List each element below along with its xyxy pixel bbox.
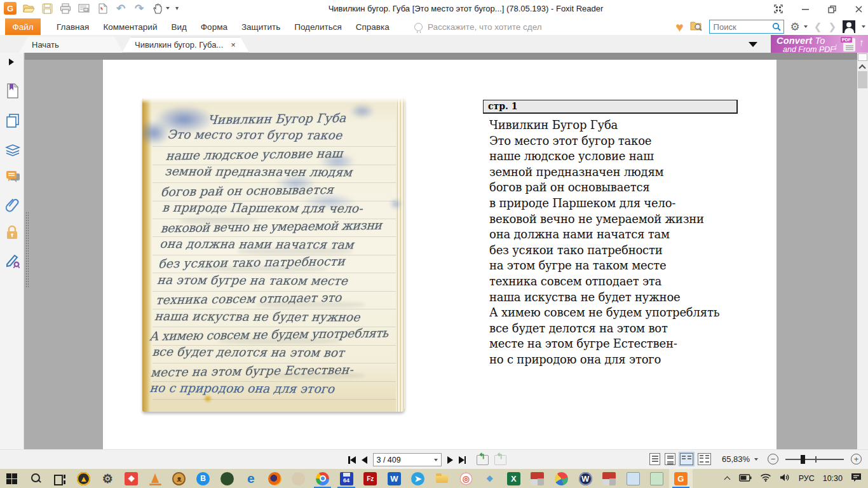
- tab-form[interactable]: Форма: [194, 22, 234, 32]
- bookmarks-panel-icon[interactable]: [5, 83, 20, 98]
- task-view-button[interactable]: [48, 469, 72, 488]
- digital-signature-panel-icon[interactable]: [5, 252, 20, 267]
- tab-comment[interactable]: Комментарий: [96, 22, 164, 32]
- start-button[interactable]: [0, 469, 24, 488]
- firefox-icon[interactable]: [263, 469, 287, 488]
- beige-app-icon[interactable]: [287, 469, 311, 488]
- green-ball-icon[interactable]: [215, 469, 239, 488]
- facing-view-icon[interactable]: [680, 453, 693, 465]
- settings-icon[interactable]: ⚙: [95, 469, 119, 488]
- tab-help[interactable]: Справка: [349, 22, 397, 32]
- search-icon[interactable]: [772, 22, 781, 31]
- bluetooth-icon[interactable]: B: [191, 469, 215, 488]
- attachments-panel-icon[interactable]: [5, 198, 20, 212]
- w-circle-icon[interactable]: W: [573, 469, 597, 488]
- vertical-scrollbar[interactable]: [857, 53, 868, 449]
- tab-file[interactable]: Файл: [5, 18, 41, 35]
- tab-close-icon[interactable]: ×: [231, 40, 236, 50]
- edge-icon[interactable]: e: [239, 469, 263, 488]
- wifi-icon[interactable]: [760, 473, 771, 484]
- excel-icon[interactable]: X: [501, 469, 526, 488]
- word-icon[interactable]: W: [383, 469, 407, 488]
- minimize-button[interactable]: [799, 3, 811, 15]
- zoom-slider[interactable]: [785, 459, 844, 460]
- hand-tool-icon[interactable]: [151, 2, 164, 15]
- hand-tool-dropdown[interactable]: [166, 7, 170, 10]
- account-dropdown[interactable]: [862, 25, 865, 28]
- search-folder-icon[interactable]: [690, 20, 703, 34]
- favorites-heart-icon[interactable]: ♥: [675, 20, 683, 34]
- mosaic-app-icon[interactable]: [526, 469, 550, 488]
- back-chevron-icon[interactable]: ❮: [814, 21, 822, 32]
- battery-icon[interactable]: [739, 474, 752, 484]
- tray-expand-icon[interactable]: [725, 476, 731, 482]
- telegram-icon[interactable]: ➤: [406, 469, 430, 488]
- foxit-logo-icon[interactable]: G: [4, 2, 17, 15]
- dosbox-icon[interactable]: 64: [334, 469, 358, 488]
- security-panel-icon[interactable]: [5, 225, 20, 240]
- last-page-button[interactable]: [459, 456, 466, 464]
- tab-start[interactable]: Начать: [19, 37, 123, 53]
- zoom-slider-handle[interactable]: [801, 455, 805, 464]
- tab-protect[interactable]: Защитить: [234, 22, 287, 32]
- undo-icon[interactable]: ↶: [114, 2, 127, 15]
- language-indicator[interactable]: РУС: [799, 474, 815, 483]
- layers-panel-icon[interactable]: [5, 142, 20, 157]
- chrome-icon[interactable]: [311, 469, 335, 488]
- tab-view[interactable]: Вид: [164, 22, 193, 32]
- action-center-icon[interactable]: [851, 473, 862, 484]
- pages-panel-icon[interactable]: [5, 113, 20, 128]
- crystals-icon[interactable]: ❖: [478, 469, 502, 488]
- tell-me-box[interactable]: Расскажите, что хотите сдел: [414, 18, 542, 35]
- user-avatar[interactable]: [843, 20, 855, 33]
- email-icon[interactable]: [78, 2, 90, 15]
- notepad-blue-icon[interactable]: [621, 469, 645, 488]
- zoom-in-button[interactable]: +: [851, 454, 862, 464]
- tab-home[interactable]: Главная: [50, 22, 96, 32]
- filezilla-icon[interactable]: Fz: [358, 469, 383, 488]
- scroll-up-arrow-icon[interactable]: [860, 64, 865, 69]
- restore-button[interactable]: [826, 3, 837, 15]
- qat-customize-icon[interactable]: ▾: [175, 4, 179, 13]
- convert-pdf-banner[interactable]: Convert To and From PDF ↓ PDF ↑: [771, 35, 868, 54]
- save-icon[interactable]: [41, 2, 53, 15]
- switch-view-button[interactable]: [773, 3, 784, 15]
- previous-page-button[interactable]: [362, 456, 367, 464]
- scrollbar-thumb[interactable]: [858, 71, 867, 88]
- colors-app-icon[interactable]: [550, 469, 574, 488]
- next-page-button[interactable]: [447, 456, 453, 464]
- file-explorer-icon[interactable]: [430, 469, 454, 488]
- zoom-dropdown[interactable]: [754, 458, 758, 461]
- previous-view-button[interactable]: [477, 455, 489, 465]
- continuous-facing-view-icon[interactable]: [698, 453, 711, 465]
- page-number-box[interactable]: 3 / 409: [373, 453, 442, 466]
- sidebar-expand-arrow-icon[interactable]: [8, 57, 22, 72]
- foxit-icon[interactable]: G: [669, 469, 693, 488]
- gear-dropdown[interactable]: [804, 25, 808, 28]
- new-document-icon[interactable]: [96, 2, 109, 15]
- continuous-view-icon[interactable]: [665, 453, 675, 465]
- search-input[interactable]: Поиск: [709, 20, 784, 34]
- tab-document-active[interactable]: Чивилкин бугор. Губа... ×: [122, 37, 249, 53]
- tab-share[interactable]: Поделиться: [287, 22, 349, 32]
- page-box-dropdown[interactable]: [434, 459, 438, 461]
- close-button[interactable]: [853, 3, 864, 15]
- hamster-icon[interactable]: ᴥ: [167, 469, 191, 488]
- clock[interactable]: 10:30: [823, 474, 843, 483]
- redo-icon[interactable]: ↷: [133, 2, 146, 15]
- notepad-green-icon[interactable]: [645, 469, 669, 488]
- lollipop-icon[interactable]: ◎: [454, 469, 478, 488]
- volume-icon[interactable]: [780, 473, 790, 484]
- aimp-icon[interactable]: ▲: [72, 469, 96, 488]
- next-view-button[interactable]: [494, 455, 506, 465]
- mosaic-app2-icon[interactable]: [597, 469, 621, 488]
- open-file-icon[interactable]: [22, 2, 35, 15]
- movavi-icon[interactable]: ❖: [119, 469, 144, 488]
- sidebar-splitter[interactable]: [25, 212, 29, 288]
- gear-icon[interactable]: ⚙: [790, 20, 800, 34]
- forward-chevron-icon[interactable]: ❯: [828, 21, 836, 32]
- tabbar-dropdown-caret[interactable]: [749, 42, 757, 47]
- first-page-button[interactable]: [348, 456, 356, 464]
- search-button[interactable]: [24, 469, 48, 488]
- vlc-icon[interactable]: [144, 469, 168, 488]
